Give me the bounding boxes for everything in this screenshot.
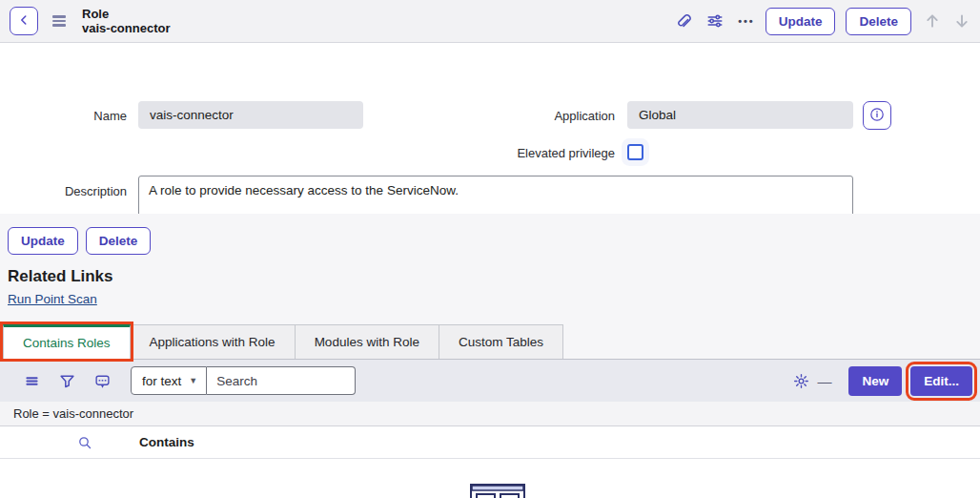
form-delete-button[interactable]: Delete: [86, 227, 152, 255]
record-type-label: Role: [82, 7, 170, 21]
info-circle-icon: [869, 107, 885, 125]
list-breadcrumb-row: Role = vais-connector: [0, 402, 980, 426]
list-menu-icon[interactable]: [23, 372, 40, 389]
new-button[interactable]: New: [848, 366, 902, 396]
role-form-page: Role vais-connector ••• Update Delete Na…: [0, 0, 980, 498]
list-column-header-row: Contains: [0, 426, 980, 459]
search-scope-value: for text: [142, 374, 181, 388]
form-actions: Update Delete: [8, 214, 980, 255]
header-update-button[interactable]: Update: [766, 8, 836, 35]
empty-list-area: [0, 459, 980, 498]
form-context-menu-icon[interactable]: [52, 15, 66, 27]
empty-table-illustration-icon: [470, 484, 525, 498]
header-delete-button[interactable]: Delete: [846, 8, 911, 35]
previous-record-arrow-up-icon[interactable]: [924, 12, 941, 30]
back-button[interactable]: [10, 7, 38, 35]
related-list-toolbar: for text ▼ — New Edit...: [0, 359, 980, 402]
elevated-privilege-label: Elevated privilege: [381, 146, 615, 160]
name-label: Name: [0, 109, 127, 123]
application-info-button[interactable]: [863, 101, 891, 130]
magnifier-icon[interactable]: [77, 435, 92, 450]
form-footer-section: Update Delete Related Links Run Point Sc…: [0, 214, 980, 359]
application-label: Application: [419, 109, 615, 123]
application-field[interactable]: [627, 101, 853, 129]
paperclip-icon[interactable]: [673, 11, 692, 31]
role-form: Name Application Elevated privilege Desc…: [0, 43, 980, 214]
related-lists-tab-strip: Contains Roles Applications with Role Mo…: [3, 324, 563, 359]
record-name-label: vais-connector: [82, 21, 170, 35]
related-links-heading: Related Links: [8, 267, 980, 286]
sliders-icon[interactable]: [705, 11, 725, 31]
chevron-left-icon: [17, 13, 31, 30]
next-record-arrow-down-icon[interactable]: [953, 12, 970, 30]
tab-modules-with-role[interactable]: Modules with Role: [295, 324, 439, 359]
tab-custom-tables[interactable]: Custom Tables: [439, 324, 563, 359]
tab-contains-roles[interactable]: Contains Roles: [3, 324, 131, 359]
search-scope-select[interactable]: for text ▼: [131, 366, 207, 395]
run-point-scan-link[interactable]: Run Point Scan: [8, 292, 97, 306]
speech-bubble-icon[interactable]: [93, 372, 111, 389]
edit-button[interactable]: Edit...: [910, 366, 972, 396]
collapse-list-icon[interactable]: —: [817, 373, 831, 389]
search-input[interactable]: [207, 366, 356, 395]
form-header-bar: Role vais-connector ••• Update Delete: [0, 0, 980, 43]
more-actions-icon[interactable]: •••: [738, 11, 755, 31]
name-field[interactable]: [138, 101, 363, 129]
funnel-icon[interactable]: [58, 372, 75, 389]
tab-applications-with-role[interactable]: Applications with Role: [130, 324, 296, 359]
description-label: Description: [0, 184, 127, 198]
form-update-button[interactable]: Update: [8, 227, 78, 255]
breadcrumb[interactable]: Role = vais-connector: [13, 406, 133, 421]
page-title: Role vais-connector: [82, 7, 170, 35]
chevron-down-icon: ▼: [189, 376, 197, 385]
elevated-privilege-checkbox[interactable]: [627, 144, 643, 160]
gear-icon[interactable]: [792, 372, 809, 389]
column-header-contains[interactable]: Contains: [139, 435, 194, 449]
list-search: for text ▼: [131, 366, 356, 395]
